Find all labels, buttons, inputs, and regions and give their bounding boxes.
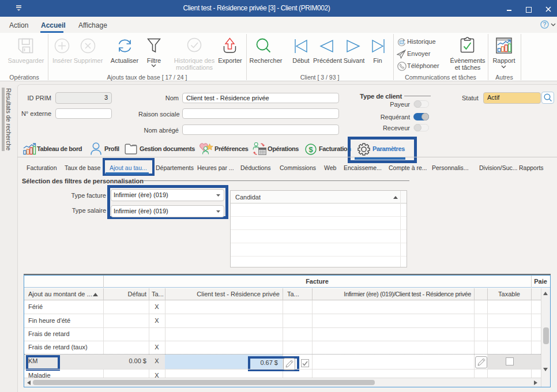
svg-text:?: ? (543, 21, 546, 28)
svg-text:$: $ (308, 145, 313, 154)
